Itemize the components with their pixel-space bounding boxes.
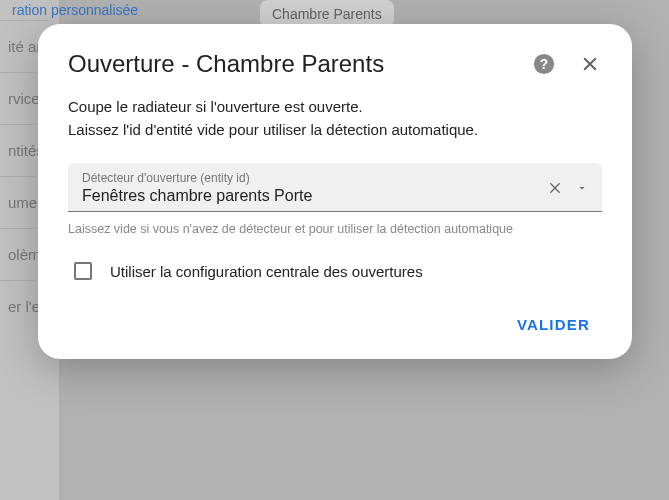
entity-id-helper: Laissez vide si vous n'avez de détecteur… — [68, 222, 602, 236]
dialog-title: Ouverture - Chambre Parents — [68, 50, 532, 78]
entity-id-field[interactable]: Détecteur d'ouverture (entity id) Fenêtr… — [68, 163, 602, 212]
use-central-config-checkbox[interactable] — [74, 262, 92, 280]
svg-text:?: ? — [540, 57, 548, 72]
clear-icon[interactable] — [546, 179, 564, 197]
opening-config-dialog: Ouverture - Chambre Parents ? Coupe le r… — [38, 24, 632, 359]
close-icon[interactable] — [578, 52, 602, 76]
dialog-description: Coupe le radiateur si l'ouverture est ou… — [68, 96, 602, 141]
use-central-config-label: Utiliser la configuration centrale des o… — [110, 263, 423, 280]
entity-id-value: Fenêtres chambre parents Porte — [82, 187, 546, 205]
entity-id-label: Détecteur d'ouverture (entity id) — [82, 171, 546, 185]
dropdown-icon[interactable] — [574, 180, 590, 196]
validate-button[interactable]: Valider — [505, 308, 602, 341]
help-icon[interactable]: ? — [532, 52, 556, 76]
